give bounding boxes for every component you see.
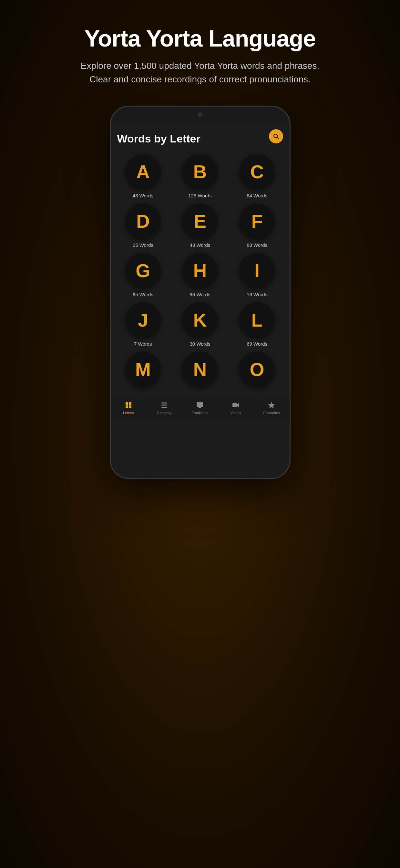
letter-count: 43 Words [190,242,210,248]
letter-item-h[interactable]: H 96 Words [174,253,226,297]
search-icon [272,133,279,140]
search-button[interactable] [269,129,283,144]
letter-char: L [251,311,263,330]
letter-circle-n: N [182,352,218,387]
letter-char: G [136,261,150,280]
letter-count: 65 Words [133,242,153,248]
letter-circle-l: L [239,302,275,338]
svg-line-1 [277,137,278,139]
letter-count: 7 Words [134,341,152,347]
letter-item-k[interactable]: K 30 Words [174,302,226,347]
letter-item-d[interactable]: D 65 Words [117,204,169,248]
letter-item-i[interactable]: I 16 Words [231,253,283,297]
letter-circle-i: I [239,253,275,288]
letter-circle-e: E [182,204,218,239]
letter-circle-o: O [239,352,275,387]
letter-char: J [138,311,148,330]
letter-char: O [250,360,264,379]
header-section: Yorta Yorta Language Explore over 1,500 … [61,26,339,86]
letter-char: H [193,261,207,280]
letter-count: 16 Words [247,292,267,297]
letter-circle-d: D [125,204,161,239]
letter-item-e[interactable]: E 43 Words [174,204,226,248]
letter-char: K [193,311,207,330]
app-subtitle: Explore over 1,500 updated Yorta Yorta w… [81,59,319,86]
letter-count: 125 Words [188,193,211,198]
letter-char: C [250,162,264,181]
letter-circle-b: B [182,154,218,190]
letter-char: D [136,212,150,231]
letter-circle-k: K [182,302,218,338]
letter-item-f[interactable]: F 88 Words [231,204,283,248]
letter-grid: A 48 Words B 125 Words C 84 Words D 65 W… [117,154,283,397]
letter-circle-a: A [125,154,161,190]
screen-content: Words by Letter A 48 Words B 125 Words C… [111,123,290,397]
letter-char: I [255,261,260,280]
letter-circle-m: M [125,352,161,387]
letter-item-a[interactable]: A 48 Words [117,154,169,198]
letter-item-g[interactable]: G 65 Words [117,253,169,297]
letter-count: 65 Words [133,292,153,297]
letter-count: 88 Words [247,242,267,248]
letter-count: 84 Words [247,193,267,198]
letter-item-b[interactable]: B 125 Words [174,154,226,198]
letter-item-m[interactable]: M [117,352,169,391]
letter-circle-f: F [239,204,275,239]
letter-item-n[interactable]: N [174,352,226,391]
letter-count: 30 Words [190,341,210,347]
screen-title: Words by Letter [117,132,283,145]
letter-circle-g: G [125,253,161,288]
letter-count: 96 Words [190,292,210,297]
letter-item-l[interactable]: L 69 Words [231,302,283,347]
phone-camera [198,113,202,117]
letter-count: 48 Words [133,193,153,198]
letter-item-j[interactable]: J 7 Words [117,302,169,347]
letter-circle-c: C [239,154,275,190]
letter-char: A [136,162,150,181]
phone-mockup: Words by Letter A 48 Words B 125 Words C… [110,105,291,479]
letter-count: 69 Words [247,341,267,347]
letter-char: M [135,360,151,379]
letter-item-c[interactable]: C 84 Words [231,154,283,198]
letter-char: F [251,212,263,231]
letter-char: N [193,360,207,379]
letter-circle-j: J [125,302,161,338]
phone-status-bar [111,106,290,123]
app-title: Yorta Yorta Language [81,26,319,51]
letter-char: B [193,162,207,181]
letter-circle-h: H [182,253,218,288]
letter-item-o[interactable]: O [231,352,283,391]
phone-screen: Words by Letter A 48 Words B 125 Words C… [111,123,290,478]
letter-char: E [194,212,206,231]
